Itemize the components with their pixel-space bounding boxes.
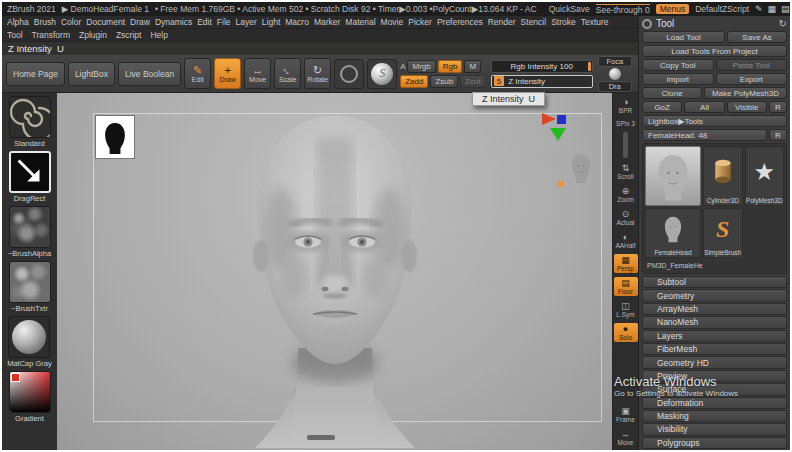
default-zscript-button[interactable]: DefaultZScript	[695, 4, 749, 14]
edit-mode-button[interactable]: ✎ Edit	[184, 58, 211, 89]
mrgb-button[interactable]: Mrgb	[407, 60, 435, 73]
tool-thumb-simplebrush[interactable]: S SimpleBrush	[703, 208, 743, 258]
menu-preferences[interactable]: Preferences	[437, 17, 483, 27]
brush-alpha-thumb[interactable]	[9, 206, 51, 248]
material-selector[interactable]: MatCap Gray	[7, 316, 52, 368]
quicksave-button[interactable]: QuickSave	[549, 4, 590, 14]
draw-mode-button[interactable]: + Draw	[214, 58, 241, 89]
brush-texture-thumb[interactable]	[9, 261, 51, 303]
tool-section-layers[interactable]: Layers	[642, 330, 787, 342]
menu-brush[interactable]: Brush	[34, 17, 56, 27]
brush-selector-standard[interactable]: Standard	[9, 96, 51, 148]
live-boolean-button[interactable]: Live Boolean	[118, 62, 181, 86]
menu-texture[interactable]: Texture	[581, 17, 609, 27]
stroke-dot-icon[interactable]	[609, 68, 621, 80]
menus-toggle-button[interactable]: Menus	[656, 4, 690, 14]
menu-light[interactable]: Light	[262, 17, 280, 27]
matcap-thumb[interactable]	[8, 316, 50, 358]
tool-section-fibermesh[interactable]: FiberMesh	[642, 343, 787, 355]
export-button[interactable]: Export	[716, 73, 788, 85]
spix-slider[interactable]: SPix 3	[614, 119, 638, 128]
menu-alpha[interactable]: Alpha	[7, 17, 29, 27]
zsub-button[interactable]: Zsub	[430, 75, 458, 88]
focal-shift-slider[interactable]: Foca	[598, 56, 632, 67]
tool-section-nanomesh[interactable]: NanoMesh	[642, 316, 787, 328]
zadd-button[interactable]: Zadd	[400, 75, 428, 88]
menu-layer[interactable]: Layer	[236, 17, 257, 27]
canvas-horizontal-scrollbar[interactable]	[307, 435, 335, 440]
stroke-preview-button[interactable]	[334, 59, 364, 89]
menu-material[interactable]: Material	[345, 17, 375, 27]
z-intensity-slider[interactable]: 5 Z Intensity	[491, 75, 593, 88]
menu-zplugin[interactable]: Zplugin	[79, 30, 107, 40]
active-tool-thumb-femalehead[interactable]	[645, 146, 701, 206]
home-page-button[interactable]: Home Page	[6, 62, 65, 86]
menu-color[interactable]: Color	[61, 17, 81, 27]
tool-thumb-femalehead-small[interactable]: FemaleHead	[645, 208, 701, 258]
zoom-button[interactable]: ⊕ Zoom	[614, 185, 638, 204]
layers-icon[interactable]: ▤	[781, 4, 790, 14]
rgb-intensity-slider[interactable]: Rgb Intensity 100	[491, 60, 593, 73]
menu-stencil[interactable]: Stencil	[521, 17, 547, 27]
color-selector[interactable]: Gradient	[9, 371, 51, 423]
floor-button[interactable]: ▤ Floor	[614, 277, 638, 296]
gradient-picker-thumb[interactable]	[9, 371, 51, 413]
import-button[interactable]: Import	[642, 73, 714, 85]
goz-all-button[interactable]: All	[684, 101, 724, 113]
active-tool-name[interactable]: FemaleHead. 48	[642, 129, 767, 141]
z-intensity-handle[interactable]: 5	[494, 76, 504, 86]
alpha-selector[interactable]: ~BrushAlpha	[8, 206, 51, 258]
menu-transform[interactable]: Transform	[32, 30, 70, 40]
refresh-icon[interactable]: ↻	[779, 18, 787, 29]
move-mode-button[interactable]: ↔ Move	[244, 58, 271, 89]
tool-section-masking[interactable]: Masking	[642, 410, 787, 422]
menu-zscript[interactable]: Zscript	[116, 30, 142, 40]
grid-icon[interactable]: ▦	[768, 4, 777, 14]
menu-file[interactable]: File	[217, 17, 231, 27]
scroll-button[interactable]: ⇅ Scroll	[614, 162, 638, 181]
menu-macro[interactable]: Macro	[285, 17, 309, 27]
solo-button[interactable]: ● Solo	[614, 323, 638, 342]
axis-orientation-widget[interactable]	[542, 113, 566, 141]
menu-document[interactable]: Document	[86, 17, 125, 27]
texture-selector[interactable]: ~BrushTxtr	[9, 261, 51, 313]
menu-picker[interactable]: Picker	[408, 17, 432, 27]
zcut-button[interactable]: Zcut	[460, 75, 486, 88]
menu-render[interactable]: Render	[488, 17, 516, 27]
tool-thumb-cylinder3d[interactable]: Cylinder3D	[703, 146, 743, 206]
copy-tool-button[interactable]: Copy Tool	[642, 59, 714, 71]
stroke-selector-dragrect[interactable]: DragRect	[9, 151, 51, 203]
scale-mode-button[interactable]: ↔ Scale	[274, 58, 301, 89]
clone-button[interactable]: Clone	[642, 87, 702, 99]
head-model-3d[interactable]	[195, 108, 475, 450]
tool-section-polygroups[interactable]: Polygroups	[642, 437, 787, 449]
tool-section-preview[interactable]: Preview	[642, 370, 787, 382]
m-button[interactable]: M	[464, 60, 481, 73]
tool-section-geometry-hd[interactable]: Geometry HD	[642, 356, 787, 368]
paste-tool-button[interactable]: Paste Tool	[716, 59, 788, 71]
menu-tool[interactable]: Tool	[7, 30, 23, 40]
goz-visible-button[interactable]: Visible	[727, 101, 767, 113]
goz-r-button[interactable]: R	[769, 101, 787, 113]
tool-r-button[interactable]: R	[769, 129, 787, 141]
tool-thumb-polymesh3d[interactable]: ★ PolyMesh3D	[745, 146, 785, 206]
material-preview-button[interactable]: S	[367, 59, 397, 89]
see-through-slider[interactable]: See-through 0	[596, 4, 650, 15]
menu-help[interactable]: Help	[150, 30, 167, 40]
move-canvas-button[interactable]: ↔ Move	[614, 428, 638, 447]
pen-icon[interactable]: ✎	[755, 4, 763, 14]
menu-draw[interactable]: Draw	[130, 17, 150, 27]
make-polymesh3d-button[interactable]: Make PolyMesh3D	[704, 87, 787, 99]
rgb-button[interactable]: Rgb	[438, 60, 463, 73]
tool-section-geometry[interactable]: Geometry	[642, 289, 787, 301]
load-tool-button[interactable]: Load Tool	[642, 31, 725, 43]
aahalf-button[interactable]: ◐ AAHalf	[614, 231, 638, 250]
lightbox-tools-button[interactable]: Lightbox▶Tools	[642, 115, 787, 127]
save-as-button[interactable]: Save As	[727, 31, 787, 43]
tool-section-visibility[interactable]: Visibility	[642, 423, 787, 435]
persp-button[interactable]: ▦ Persp	[614, 254, 638, 273]
tool-section-surface[interactable]: Surface	[642, 383, 787, 395]
actual-size-button[interactable]: ⊙ Actual	[614, 208, 638, 227]
local-symmetry-button[interactable]: ◫ L.Sym	[614, 300, 638, 319]
menu-edit[interactable]: Edit	[197, 17, 212, 27]
